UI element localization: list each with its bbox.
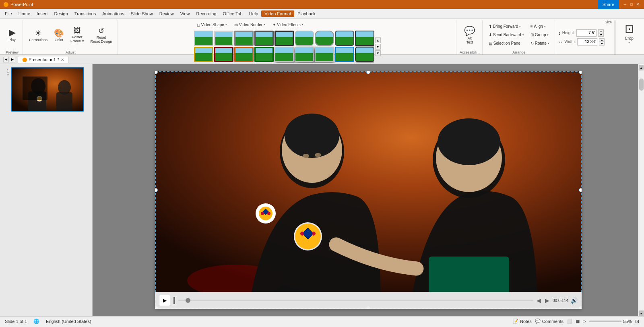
video-effects-button[interactable]: ✦ Video Effects ▾ [270, 20, 306, 29]
view-normal-button[interactable]: ⬜ [567, 319, 572, 324]
volume-button[interactable]: 🔊 [571, 297, 578, 304]
reset-design-button[interactable]: ↺ Reset Reset Design [88, 25, 115, 45]
step-fwd-button[interactable]: ▶ [544, 296, 550, 304]
maximize-button[interactable]: □ [629, 2, 634, 7]
send-backward-label: Send Backward [493, 33, 521, 37]
gallery-item-6[interactable] [295, 31, 314, 46]
minimize-button[interactable]: ─ [622, 2, 628, 7]
selection-pane-label: Selection Pane [493, 41, 520, 46]
tab-next-button[interactable]: ▶ [10, 57, 15, 62]
bring-forward-button[interactable]: ⬆ Bring Forward ▾ [486, 23, 527, 31]
slide-canvas[interactable]: ▶ ◀ ▶ 00:03.14 🔊 [155, 71, 582, 309]
menu-recording[interactable]: Recording [193, 10, 219, 17]
gallery-item-1[interactable] [194, 31, 213, 46]
gallery-item-4[interactable] [254, 31, 274, 46]
view-outline-button[interactable]: ▦ [576, 319, 580, 324]
menu-playback[interactable]: Playback [294, 10, 319, 17]
gallery-item-7[interactable] [315, 31, 334, 46]
color-button[interactable]: 🎨 Color [51, 27, 67, 43]
slide-info: Slide 1 of 1 [5, 319, 27, 324]
alt-text-button[interactable]: 💬 Alt Text [461, 24, 479, 46]
corrections-button[interactable]: ☀ Corrections [26, 27, 50, 43]
gallery-item-14[interactable] [275, 47, 294, 62]
zoom-slider[interactable] [589, 321, 621, 322]
document-tab[interactable]: 🟠 Presentation1 * ✕ [18, 56, 68, 63]
height-up-button[interactable]: ▲ [598, 29, 604, 33]
rotate-button[interactable]: ↻ Rotate ▾ [528, 39, 552, 48]
menu-animations[interactable]: Animations [99, 10, 127, 17]
thumbnail-svg [12, 68, 84, 112]
menu-view[interactable]: View [177, 10, 193, 17]
menu-help[interactable]: Help [246, 10, 262, 17]
menu-design[interactable]: Design [51, 10, 71, 17]
notes-icon: 📝 [513, 319, 518, 324]
crop-button[interactable]: ⊡ Crop ▾ [619, 20, 639, 46]
slide-thumbnail[interactable] [11, 67, 84, 112]
gallery-item-3[interactable] [234, 31, 254, 46]
menu-officetab[interactable]: Office Tab [220, 10, 246, 17]
menu-file[interactable]: File [2, 10, 15, 17]
gallery-down-button[interactable]: ▼ [375, 44, 381, 50]
menu-review[interactable]: Review [156, 10, 177, 17]
tab-name: Presentation1 [29, 57, 56, 62]
close-button[interactable]: ✕ [635, 2, 641, 7]
gallery-item-10[interactable] [194, 47, 213, 62]
gallery-item-15[interactable] [295, 47, 314, 62]
svg-point-6 [37, 97, 41, 101]
video-border-button[interactable]: ▭ Video Border ▾ [231, 20, 268, 29]
gallery-item-11[interactable] [214, 47, 233, 62]
gallery-item-16[interactable] [315, 47, 334, 62]
video-play-button[interactable]: ▶ [159, 295, 170, 306]
send-backward-button[interactable]: ⬇ Send Backward ▾ [486, 31, 527, 39]
menu-insert[interactable]: Insert [33, 10, 51, 17]
menu-videoformat[interactable]: Video Format [261, 10, 294, 17]
view-slideshow-button[interactable]: ▷ [583, 319, 586, 324]
share-button[interactable]: Share [598, 0, 619, 9]
height-down-button[interactable]: ▼ [598, 33, 604, 37]
progress-thumb[interactable] [186, 298, 190, 303]
poster-frame-button[interactable]: 🖼 Poster Frame ▾ [68, 25, 87, 45]
width-down-button[interactable]: ▼ [599, 42, 605, 46]
play-button[interactable]: ▶ Play [4, 27, 20, 43]
adjust-content: ☀ Corrections 🎨 Color 🖼 Poster Frame ▾ ↺… [26, 20, 115, 50]
tab-prev-button[interactable]: ◀ [3, 57, 9, 62]
gallery-item-2[interactable] [214, 31, 233, 46]
menu-transitions[interactable]: Transitions [71, 10, 99, 17]
gallery-item-5[interactable] [275, 31, 294, 46]
menu-slideshow[interactable]: Slide Show [128, 10, 156, 17]
selection-pane-button[interactable]: ▤ Selection Pane [486, 39, 527, 48]
scroll-thumb[interactable] [639, 79, 644, 91]
gallery-item-9[interactable] [355, 31, 374, 46]
scroll-down-button[interactable]: ▼ [639, 310, 644, 316]
video-styles-content: ◻ Video Shape ▾ ▭ Video Border ▾ ✦ Video… [194, 20, 381, 63]
group-button[interactable]: ⊞ Group ▾ [528, 31, 552, 39]
scroll-up-button[interactable]: ▲ [639, 65, 644, 70]
gallery-more-button[interactable]: ▼ [375, 50, 381, 56]
width-up-button[interactable]: ▲ [599, 38, 605, 42]
width-input[interactable] [577, 38, 597, 46]
zoom-control[interactable]: 55% [589, 319, 632, 324]
vertical-scrollbar[interactable]: ▲ ▼ [638, 64, 644, 316]
arrange-content: ⬆ Bring Forward ▾ ⬇ Send Backward ▾ ▤ Se… [486, 20, 553, 50]
video-shape-button[interactable]: ◻ Video Shape ▾ [194, 20, 230, 29]
gallery-item-12[interactable] [234, 47, 254, 62]
height-input[interactable] [576, 29, 597, 37]
poster-frame-label2: Frame ▾ [70, 39, 84, 43]
accessibility-content: 💬 Alt Text [461, 20, 479, 50]
step-back-button[interactable]: ◀ [536, 296, 542, 304]
gallery-item-17[interactable] [335, 47, 354, 62]
fit-to-window-button[interactable]: ⊡ [635, 319, 639, 324]
gallery-up-button[interactable]: ▲ [375, 37, 381, 43]
align-button[interactable]: ≡ Align ▾ [528, 23, 552, 31]
tab-close-button[interactable]: ✕ [61, 58, 64, 62]
comments-button[interactable]: 💬 Comments [535, 319, 564, 324]
progress-bar[interactable] [178, 300, 533, 301]
gallery-item-8[interactable] [335, 31, 354, 46]
menu-home[interactable]: Home [15, 10, 33, 17]
notes-button[interactable]: 📝 Notes [513, 319, 532, 324]
zoom-level: 55% [623, 319, 632, 324]
video-shape-icon: ◻ [197, 23, 200, 27]
play-icon: ▶ [9, 28, 16, 37]
gallery-item-13[interactable] [254, 47, 274, 62]
gallery-item-18[interactable] [355, 47, 374, 62]
